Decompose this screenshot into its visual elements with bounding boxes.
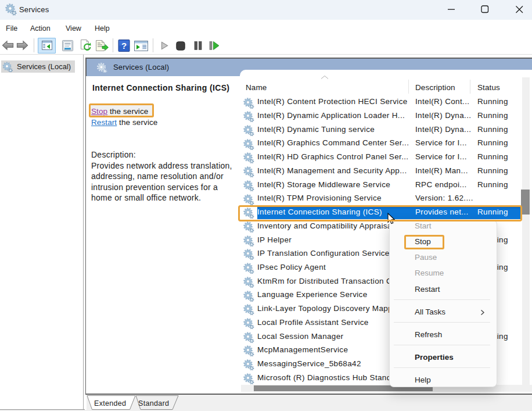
svg-text:?: ? <box>121 41 127 51</box>
